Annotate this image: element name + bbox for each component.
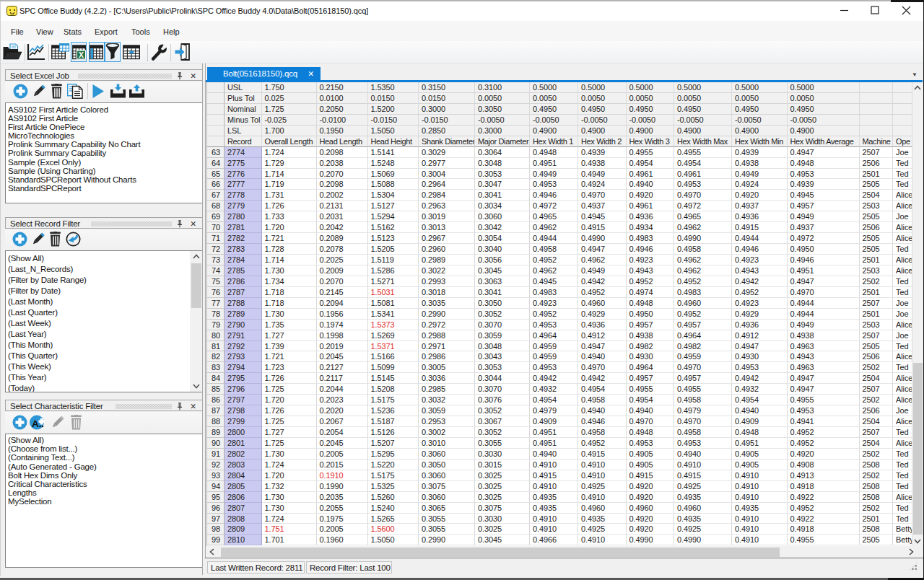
svg-text:X: X xyxy=(79,50,84,59)
svg-text:A: A xyxy=(32,418,39,429)
